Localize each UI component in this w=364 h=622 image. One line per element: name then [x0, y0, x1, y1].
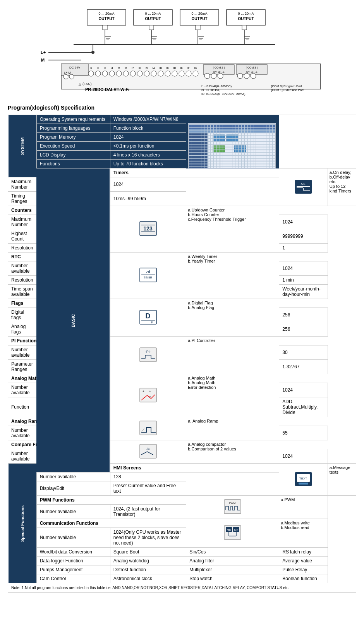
svg-rect-102 — [209, 133, 275, 168]
counters-highest-label: Highest Count — [8, 229, 37, 244]
counters-maxnum-value: 1024 — [279, 215, 328, 229]
svg-rect-149 — [299, 483, 308, 485]
svg-rect-98 — [189, 124, 275, 168]
rtc-res-value: 1 min — [279, 276, 328, 285]
svg-text:TEXT: TEXT — [299, 477, 307, 480]
system-row-exec: Execution Speed <0.1ms per function — [8, 142, 356, 151]
counter-desc: a.Up/down Counterb.Hours Counterc.Freque… — [186, 206, 279, 253]
svg-rect-13 — [103, 25, 107, 30]
mini-screen-svg — [188, 123, 276, 169]
hmi-numavail-value: 128 — [110, 473, 186, 481]
counters-maxnum-label: Maximum Number — [8, 215, 37, 229]
pi-icon: -PI- — [139, 347, 157, 362]
special-category: Special Functions — [8, 464, 37, 583]
screenshot-img — [188, 123, 276, 169]
timers-header: Timers — [110, 168, 279, 177]
comm-icon: MB MB — [224, 525, 241, 540]
rtc-numavail-value: 1024 — [279, 261, 328, 276]
func-value: Up to 70 function blocks — [110, 160, 186, 168]
ramp-desc: a. Analog Ramp — [186, 417, 279, 440]
wiring-diagram: 0 ... 20mA OUTPUT 0 ... 20mA OUTPUT 0 ..… — [35, 8, 329, 97]
svg-rect-99 — [189, 124, 275, 129]
pi-numavail-value: 30 — [279, 345, 328, 360]
svg-text:I8: I8 — [139, 67, 141, 69]
svg-text:I9: I9 — [146, 67, 148, 69]
svg-text:MB: MB — [227, 529, 231, 531]
func-label: Functions — [36, 160, 110, 168]
bottom-row1-col2: Square Boot — [110, 548, 186, 557]
counters-highest-value: 99999999 — [279, 229, 328, 244]
flags-digital-label: Digital flags — [8, 308, 37, 322]
flag-desc: a.Digital Flagb.Analog Flag — [186, 299, 279, 337]
bottom-row2-col1: Data-logger Function — [36, 557, 110, 565]
svg-point-87 — [237, 73, 243, 79]
svg-text:IE: IE — [180, 67, 183, 69]
math-numavail-label: Number available — [8, 383, 37, 397]
compare-icon: ⚖ — [139, 444, 157, 459]
svg-point-70 — [144, 71, 149, 76]
rtc-numavail-label: Number available — [8, 261, 37, 276]
system-row-func: Functions Up to 70 function blocks — [8, 160, 356, 168]
svg-text:OUTPUT: OUTPUT — [238, 17, 254, 21]
comm-icon-cell: MB MB — [186, 519, 279, 548]
svg-text:I2: I2 — [97, 67, 99, 69]
svg-point-72 — [158, 71, 163, 76]
svg-text:IA: IA — [153, 67, 155, 69]
spec-title: Program(xlogicsoft) Specification — [8, 105, 356, 111]
svg-text:L+: L+ — [41, 50, 46, 55]
svg-point-71 — [151, 71, 156, 76]
math-func-value: ADD, Subtract,Multiply, Divide — [279, 397, 328, 417]
comm-desc: a.Modbus writeb.Modbus read — [279, 519, 328, 548]
svg-point-77 — [193, 71, 198, 76]
svg-point-85 — [211, 73, 216, 79]
ramp-numavail-label: Number available — [8, 426, 37, 440]
flags-digital-value: 256 — [279, 308, 328, 322]
timers-maxnum-label: Maximum Number — [8, 177, 37, 192]
math-func-label: Function — [8, 397, 37, 417]
timer-desc: a.On-delay;b.Off-delay etc.Up to 12 kind… — [328, 168, 356, 206]
bottom-row2-col2: Analog watchdog — [110, 557, 186, 565]
svg-text:IG: IG — [194, 67, 197, 69]
timer-icon: -ON- — [295, 179, 312, 194]
lcd-value: 4 lines x 16 characters — [110, 151, 186, 160]
ramp-icon-cell — [110, 417, 186, 440]
compare-numavail-value: 1024 — [279, 449, 328, 464]
bottom-row1-col3: Sin/Cos — [186, 548, 279, 557]
svg-rect-15 — [196, 25, 200, 30]
rtc-icon: 7d TIMER — [139, 268, 157, 282]
exec-label: Execution Speed — [36, 142, 110, 151]
svg-point-66 — [116, 71, 122, 76]
lang-label: Programming languages — [36, 124, 110, 133]
svg-text:-PI-: -PI- — [145, 350, 151, 354]
system-category: SYSTEM — [8, 115, 37, 177]
svg-point-84 — [204, 73, 210, 79]
pi-desc: a.PI Controller — [186, 337, 279, 374]
svg-point-62 — [88, 71, 94, 76]
svg-text:0 ... 20mA: 0 ... 20mA — [238, 12, 254, 15]
svg-point-75 — [179, 71, 184, 76]
pwm-numavail-label: Number available — [36, 505, 110, 519]
math-desc: a.Analog Mathb.Analog MathError detectio… — [186, 374, 279, 417]
svg-text:I6: I6 — [125, 67, 127, 69]
svg-rect-14 — [149, 25, 154, 30]
svg-text:0 ... 20mA: 0 ... 20mA — [145, 12, 161, 15]
rtc-icon-cell: 7d TIMER — [110, 253, 186, 299]
svg-text:OUTPUT: OUTPUT — [98, 17, 114, 21]
svg-rect-112 — [213, 135, 225, 142]
svg-point-88 — [244, 73, 249, 79]
bottom-row4-col2: Astronomical clock — [110, 574, 186, 583]
pwm-desc: a.PWM — [279, 496, 328, 519]
svg-point-89 — [251, 73, 256, 79]
pwm-header: PWM Functions — [36, 496, 186, 505]
svg-text:[COM 0] Program Port: [COM 0] Program Port — [271, 84, 302, 88]
svg-text:123: 123 — [143, 225, 153, 232]
bottom-row-2: Data-logger Function Analog watchdog Ana… — [8, 557, 356, 565]
bottom-row-1: Word/bit data Conversion Square Boot Sin… — [8, 548, 356, 557]
svg-text:[ COM 3 ]: [ COM 3 ] — [246, 66, 258, 69]
svg-text:△ (LAN): △ (LAN) — [79, 82, 91, 86]
svg-text:[COM 1] Extension Port: [COM 1] Extension Port — [271, 88, 304, 92]
svg-text:ID~IG DI/AI(0~10VDC/0~20mA): ID~IG DI/AI(0~10VDC/0~20mA) — [201, 92, 246, 96]
compare-icon-cell: ⚖ — [110, 440, 186, 464]
bottom-row2-col4: Average value — [279, 557, 328, 565]
svg-point-69 — [137, 71, 143, 76]
